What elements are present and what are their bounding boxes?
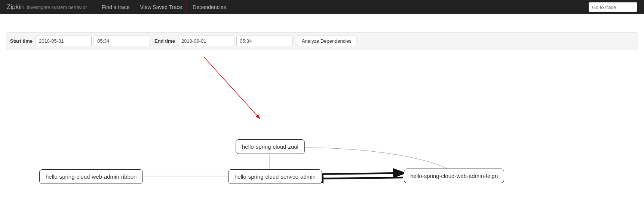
- top-navbar: Zipkin Investigate system behavior Find …: [0, 0, 644, 14]
- nav-view-saved-trace[interactable]: View Saved Trace: [135, 0, 187, 14]
- node-ribbon[interactable]: hello-spring-cloud-web-admin-ribbon: [39, 169, 143, 184]
- node-feign[interactable]: hello-spring-cloud-web-admin-feign: [404, 169, 504, 183]
- time-filter-bar: Start time End time Analyze Dependencies: [6, 32, 638, 49]
- node-zuul[interactable]: hello-spring-cloud-zuul: [236, 139, 305, 154]
- analyze-dependencies-button[interactable]: Analyze Dependencies: [297, 36, 356, 46]
- annotation-arrow: [204, 57, 260, 119]
- start-time-input[interactable]: [94, 36, 150, 46]
- brand-title: Zipkin: [7, 3, 24, 11]
- node-label: hello-spring-cloud-web-admin-ribbon: [46, 173, 137, 180]
- node-label: hello-spring-cloud-web-admin-feign: [410, 173, 498, 179]
- end-date-input[interactable]: [178, 36, 234, 46]
- brand-tagline: Investigate system behavior: [27, 4, 87, 10]
- graph-edges: [0, 57, 644, 212]
- edge-zuul-feign: [299, 148, 449, 169]
- node-label: hello-spring-cloud-zuul: [242, 143, 298, 150]
- dependency-graph: hello-spring-cloud-zuul hello-spring-clo…: [0, 57, 644, 212]
- node-label: hello-spring-cloud-service-admin: [234, 173, 316, 180]
- goto-trace-input[interactable]: [589, 2, 637, 12]
- start-time-label: Start time: [10, 38, 33, 44]
- edge-service-to-feign: [313, 173, 403, 174]
- nav-find-trace[interactable]: Find a trace: [97, 0, 135, 14]
- nav-dependencies[interactable]: Dependencies: [187, 0, 231, 14]
- start-date-input[interactable]: [36, 36, 92, 46]
- node-service-admin[interactable]: hello-spring-cloud-service-admin: [228, 169, 322, 184]
- end-time-input[interactable]: [236, 36, 292, 46]
- end-time-label: End time: [154, 38, 175, 44]
- edge-feign-to-service: [313, 178, 403, 179]
